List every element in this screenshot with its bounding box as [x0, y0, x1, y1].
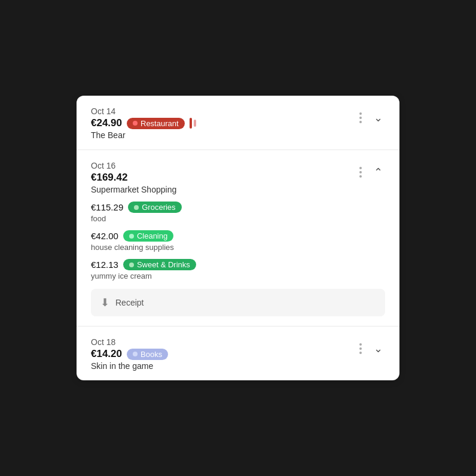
sub-description: house cleaning supplies — [91, 243, 385, 252]
sub-items: €115.29 Groceries food €42.00 Cleaning h… — [91, 202, 385, 280]
tag-label: Books — [141, 350, 162, 359]
sub-amount-row: €12.13 Sweet & Drinks — [91, 259, 385, 270]
tag-restaurant[interactable]: Restaurant — [127, 118, 185, 129]
transaction-date: Oct 14 — [91, 106, 196, 116]
sub-tag-sweet-2[interactable]: Sweet & Drinks — [123, 259, 196, 270]
transaction-description: The Bear — [91, 130, 196, 140]
tag-label: Restaurant — [141, 119, 179, 128]
transaction-right: ⌄ — [357, 337, 385, 358]
download-icon: ⬇ — [100, 296, 109, 309]
transaction-header: Oct 14 €24.90 Restaurant The Bear — [91, 106, 385, 140]
sub-tag-label: Cleaning — [137, 231, 167, 240]
chevron-up-icon[interactable]: ⌃ — [371, 163, 385, 181]
transaction-header: Oct 18 €14.20 Books Skin in the game ⌄ — [91, 337, 385, 371]
transaction-t3: Oct 18 €14.20 Books Skin in the game ⌄ — [77, 326, 399, 380]
sub-item-0: €115.29 Groceries food — [91, 202, 385, 223]
receipt-bar[interactable]: ⬇ Receipt — [91, 289, 385, 316]
amount-row: €169.42 — [91, 172, 176, 184]
transaction-t1: Oct 14 €24.90 Restaurant The Bear — [77, 96, 399, 149]
transaction-amount: €24.90 — [91, 117, 122, 129]
transaction-right: ⌃ — [357, 161, 385, 181]
transaction-date: Oct 16 — [91, 161, 176, 170]
transaction-right: ⌄ — [357, 106, 385, 127]
more-options-button[interactable] — [357, 341, 364, 356]
amount-row: €24.90 Restaurant — [91, 117, 196, 129]
transaction-description: Supermarket Shopping — [91, 185, 176, 194]
sub-description: food — [91, 214, 385, 223]
bar-line-2 — [194, 120, 196, 127]
bar-line-1 — [190, 118, 192, 129]
transaction-amount: €14.20 — [91, 348, 122, 360]
sub-tag-dot — [129, 263, 134, 267]
sub-item-1: €42.00 Cleaning house cleaning supplies — [91, 230, 385, 252]
sub-description: yummy ice cream — [91, 271, 385, 280]
transaction-left: Oct 18 €14.20 Books Skin in the game — [91, 337, 168, 371]
transactions-card: Oct 14 €24.90 Restaurant The Bear — [77, 96, 399, 380]
sub-amount-row: €42.00 Cleaning — [91, 230, 385, 242]
transaction-date: Oct 18 — [91, 337, 168, 347]
more-options-button[interactable] — [357, 164, 364, 180]
tag-dot — [133, 352, 138, 356]
amount-row: €14.20 Books — [91, 348, 168, 360]
sub-tag-groceries-0[interactable]: Groceries — [128, 202, 181, 213]
sub-amount: €12.13 — [91, 260, 118, 270]
bar-decoration — [190, 118, 196, 129]
transaction-left: Oct 16 €169.42 Supermarket Shopping — [91, 161, 176, 194]
tag-books[interactable]: Books — [127, 349, 168, 360]
transaction-left: Oct 14 €24.90 Restaurant The Bear — [91, 106, 196, 140]
sub-amount: €115.29 — [91, 202, 123, 212]
tag-dot — [133, 121, 138, 126]
transaction-t2: Oct 16 €169.42 Supermarket Shopping ⌃ — [77, 149, 399, 326]
chevron-down-icon[interactable]: ⌄ — [371, 340, 385, 358]
transaction-header: Oct 16 €169.42 Supermarket Shopping ⌃ — [91, 161, 385, 194]
sub-item-2: €12.13 Sweet & Drinks yummy ice cream — [91, 259, 385, 280]
sub-amount: €42.00 — [91, 231, 118, 241]
sub-tag-cleaning-1[interactable]: Cleaning — [123, 230, 173, 242]
transaction-amount: €169.42 — [91, 172, 127, 184]
chevron-down-icon[interactable]: ⌄ — [371, 109, 385, 127]
sub-tag-label: Groceries — [142, 203, 175, 212]
transaction-description: Skin in the game — [91, 361, 168, 371]
sub-amount-row: €115.29 Groceries — [91, 202, 385, 213]
receipt-label: Receipt — [115, 298, 144, 307]
more-options-button[interactable] — [357, 110, 364, 126]
sub-tag-dot — [134, 205, 139, 210]
sub-tag-label: Sweet & Drinks — [137, 260, 190, 269]
sub-tag-dot — [129, 234, 134, 239]
